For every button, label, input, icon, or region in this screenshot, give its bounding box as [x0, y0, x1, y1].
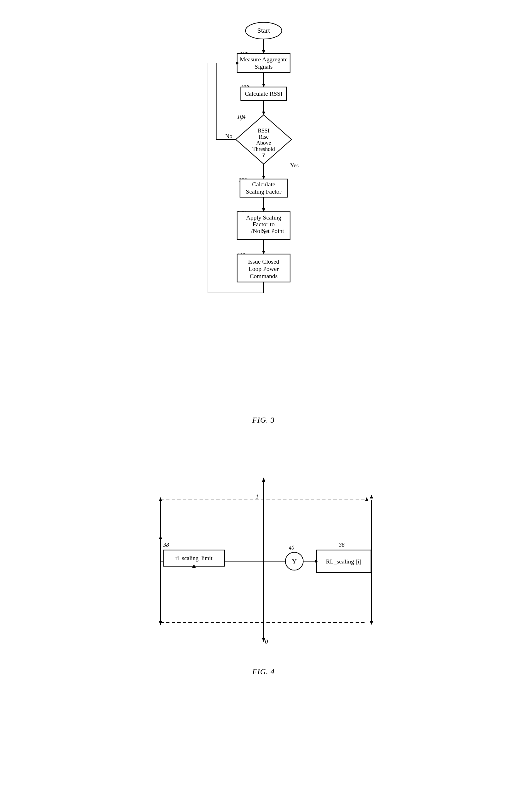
svg-text:40: 40	[289, 545, 294, 551]
svg-text:/No Set Point: /No Set Point	[251, 227, 284, 234]
svg-marker-29	[262, 176, 265, 179]
svg-text:36: 36	[338, 542, 345, 548]
fig4-svg: 1 0 Y 40 RL_scaling [i] 36 rl	[138, 464, 389, 659]
svg-marker-84	[159, 536, 162, 539]
svg-marker-56	[262, 478, 265, 482]
svg-text:Calculate RSSI: Calculate RSSI	[245, 90, 282, 97]
svg-text:38: 38	[163, 542, 169, 548]
svg-text:RSSI: RSSI	[257, 128, 269, 134]
fig4-section: 1 0 Y 40 RL_scaling [i] 36 rl	[0, 441, 527, 698]
flowchart-svg: Start 100 Measure Aggregate Signals 102 …	[194, 17, 333, 407]
svg-text:Scaling Factor: Scaling Factor	[246, 188, 282, 195]
svg-text:Yes: Yes	[290, 162, 299, 169]
svg-text:Loop Power: Loop Power	[248, 265, 279, 272]
svg-text:RL_scaling [i]: RL_scaling [i]	[326, 558, 361, 565]
fig3-section: Start 100 Measure Aggregate Signals 102 …	[0, 0, 527, 441]
svg-text:Calculate: Calculate	[252, 181, 275, 188]
svg-text:104: 104	[237, 114, 245, 120]
fig4-caption: FIG. 4	[252, 667, 275, 676]
svg-text:rl_scaling_limit: rl_scaling_limit	[175, 555, 212, 562]
svg-marker-75	[370, 495, 373, 498]
fig3-caption: FIG. 3	[252, 416, 275, 424]
svg-text:Factor to: Factor to	[253, 221, 274, 228]
svg-marker-44	[262, 251, 265, 254]
svg-text:Issue Closed: Issue Closed	[248, 258, 279, 265]
svg-text:Apply Scaling: Apply Scaling	[246, 214, 281, 221]
svg-text:1: 1	[256, 493, 259, 500]
svg-text:Threshold: Threshold	[252, 146, 275, 152]
svg-marker-35	[262, 208, 265, 212]
svg-marker-60	[365, 497, 368, 501]
page-container: Start 100 Measure Aggregate Signals 102 …	[0, 0, 527, 812]
svg-marker-3	[262, 50, 265, 54]
svg-marker-14	[262, 112, 265, 115]
svg-text:?: ?	[262, 152, 265, 158]
svg-text:Measure Aggregate: Measure Aggregate	[240, 56, 288, 63]
svg-text:Start: Start	[257, 27, 270, 34]
svg-text:Commands: Commands	[250, 273, 277, 279]
svg-marker-76	[370, 621, 373, 625]
svg-text:Above: Above	[256, 140, 271, 146]
svg-text:Y: Y	[292, 557, 297, 565]
svg-text:Rise: Rise	[259, 134, 269, 140]
svg-text:No: No	[225, 133, 232, 140]
svg-text:Signals: Signals	[254, 63, 273, 70]
svg-marker-9	[262, 84, 265, 87]
svg-text:0: 0	[265, 638, 268, 645]
